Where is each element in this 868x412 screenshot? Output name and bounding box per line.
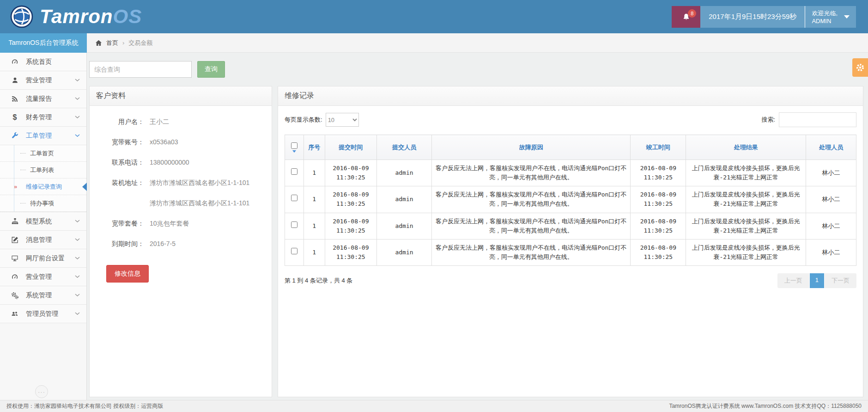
dollar-icon: $ [9,113,20,122]
gauge-icon [9,273,20,281]
row-checkbox[interactable] [291,168,297,175]
table-row: 1 2016-08-09 11:30:25 admin 客户反应无法上网，客服核… [285,213,856,239]
logo: TamronOS [0,5,142,28]
gears-icon [9,292,20,299]
chevron-down-icon [75,312,80,315]
sidebar-item-finance[interactable]: $ 财务管理 [0,108,86,127]
chevron-down-icon [75,275,80,278]
user-menu[interactable]: 欢迎光临, ADMIN [805,6,856,28]
cell-submit-time: 2016-08-09 11:30:25 [325,186,377,213]
sidebar-item-admins[interactable]: 管理员管理 [0,305,86,323]
row-checkbox-cell [285,213,304,239]
customer-field-phone: 联系电话： 13800000000 [100,159,261,167]
notifications-button[interactable]: 8 [672,6,700,28]
cell-fault: 客户反应无法上网，客服核实发现用户不在线，电话沟通光猫Pon口灯不亮，同一单元有… [431,239,630,265]
double-arrow-icon: » [14,183,23,190]
cell-seq: 1 [303,186,325,213]
row-checkbox[interactable] [291,195,297,201]
row-checkbox[interactable] [291,221,297,228]
sidebar-subitem-todo[interactable]: 待办事项 [0,195,86,212]
select-all-checkbox[interactable] [291,142,297,149]
edit-icon [9,236,20,243]
sidebar-item-workorder[interactable]: 工单管理 [0,127,86,145]
search-input[interactable] [89,61,192,78]
table-header-row: 序号 提交时间 提交人员 故障原因 竣工时间 处理结果 处理人员 [285,135,856,160]
row-checkbox-cell [285,239,304,265]
topbar: TamronOS 8 2017年1月9日15时23分59秒 欢迎光临, ADMI… [0,0,868,33]
settings-flyout-button[interactable] [852,58,868,77]
table-search-input[interactable] [779,112,856,127]
cell-submit-time: 2016-08-09 11:30:25 [325,160,377,186]
table-row: 1 2016-08-09 11:30:25 admin 客户反应无法上网，客服核… [285,160,856,186]
chevron-down-icon [75,134,80,137]
prev-page-button[interactable]: 上一页 [777,273,809,288]
username: ADMIN [812,17,838,25]
page-size-select[interactable]: 10 [326,113,359,127]
page-size-label: 每页显示条数: [285,116,322,124]
chevron-down-icon [75,97,80,100]
cell-handler: 林小二 [806,239,856,265]
customer-field-plan: 宽带套餐： 10兆包年套餐 [100,220,261,228]
rss-icon [9,95,20,102]
datetime-display: 2017年1月9日15时23分59秒 [700,6,805,28]
user-icon [9,77,20,84]
desktop-icon [9,255,20,262]
main-content: 查询 客户资料 用户名： 王小二 宽带账号： x0536a03 联系电话： [87,53,868,400]
col-header-fault[interactable]: 故障原因 [431,135,630,160]
cell-submitter: admin [377,213,432,239]
row-checkbox-cell [285,160,304,186]
sidebar-subitem-repair-query[interactable]: » 维修记录查询 [0,178,86,195]
next-page-button[interactable]: 下一页 [825,273,856,288]
col-header-handler[interactable]: 处理人员 [806,135,856,160]
sort-caret-icon [292,150,296,153]
cell-finish-time: 2016-08-09 11:30:25 [631,239,686,265]
chevron-down-icon [75,116,80,119]
footer-brand-text: TamronOS腾龙认证计费系统 www.TamronOS.com 技术支持QQ… [669,402,862,410]
sidebar-item-model[interactable]: 模型系统 [0,212,86,231]
cell-result: 上门后发现是皮线冷接头损坏，更换后光衰-21光猫正常上网正常 [686,213,806,239]
col-header-finish-time[interactable]: 竣工时间 [631,135,686,160]
col-header-seq[interactable]: 序号 [303,135,325,160]
customer-field-username: 用户名： 王小二 [100,118,261,126]
repair-records-table: 序号 提交时间 提交人员 故障原因 竣工时间 处理结果 处理人员 [285,135,856,266]
col-header-submit-time[interactable]: 提交时间 [325,135,377,160]
chevron-down-icon [75,238,80,241]
sidebar-item-business-2[interactable]: 营业管理 [0,268,86,286]
sidebar-item-traffic[interactable]: 流量报告 [0,90,86,108]
home-icon[interactable] [95,40,102,46]
query-button[interactable]: 查询 [197,61,225,78]
edit-info-button[interactable]: 修改信息 [106,265,149,283]
notification-count-badge: 8 [688,9,696,18]
select-all-header [285,135,304,160]
footer-license-text: 授权使用：潍坊家园驿站电子技术有限公司 授权级别：运营商版 [6,402,163,410]
row-checkbox[interactable] [291,248,297,254]
system-title: TamronOS后台管理系统 [0,33,87,53]
sidebar-collapse-toggle[interactable]: ··· [35,385,48,398]
sidebar-item-system[interactable]: 系统管理 [0,286,86,305]
row-checkbox-cell [285,186,304,213]
customer-field-expiry: 到期时间： 2016-7-5 [100,240,261,248]
table-row: 1 2016-08-09 11:30:25 admin 客户反应无法上网，客服核… [285,239,856,265]
chevron-down-icon [844,15,850,18]
sidebar-subitem-workorder-home[interactable]: 工单首页 [0,145,86,162]
sidebar-item-message[interactable]: 消息管理 [0,231,86,249]
customer-panel-title: 客户资料 [90,86,272,106]
cell-seq: 1 [303,160,325,186]
cell-finish-time: 2016-08-09 11:30:25 [631,213,686,239]
chevron-down-icon [75,294,80,297]
col-header-submitter[interactable]: 提交人员 [377,135,432,160]
table-row: 1 2016-08-09 11:30:25 admin 客户反应无法上网，客服核… [285,186,856,213]
page-1-button[interactable]: 1 [810,273,824,288]
records-panel-title: 维修记录 [278,86,863,106]
cell-result: 上门后发现是皮线冷接头损坏，更换后光衰-21光猫正常上网正常 [686,160,806,186]
col-header-result[interactable]: 处理结果 [686,135,806,160]
breadcrumb-home[interactable]: 首页 [106,39,118,47]
sidebar-item-home[interactable]: 系统首页 [0,53,86,71]
repair-records-panel: 维修记录 每页显示条数: 10 搜索: [278,86,863,397]
sidebar-item-business[interactable]: 营业管理 [0,71,86,90]
sidebar-subitem-workorder-list[interactable]: 工单列表 [0,162,86,178]
dashboard-icon [9,58,20,66]
sidebar-item-portal-settings[interactable]: 网厅前台设置 [0,249,86,268]
breadcrumb: 首页 › 交易金额 [87,33,868,53]
customer-field-address: 装机地址： 潍坊市潍城区西城名都小区1-1-101 [100,179,261,187]
